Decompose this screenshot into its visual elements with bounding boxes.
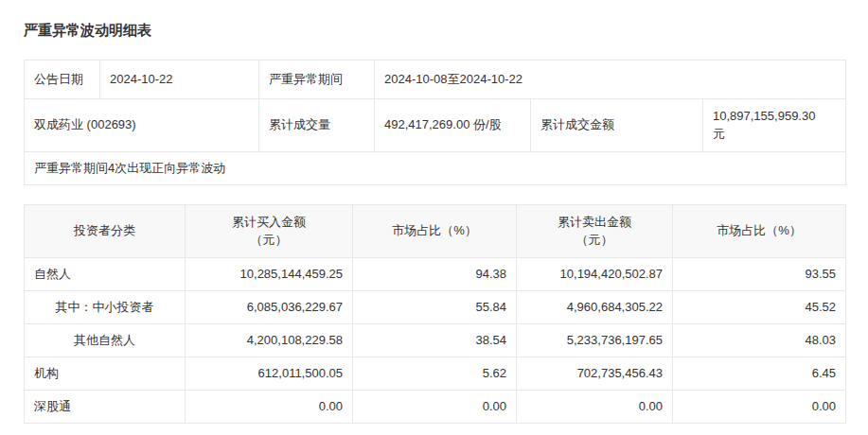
table-row-other-natural-person: 其他自然人 4,200,108,229.58 38.54 5,233,736,1…	[25, 324, 846, 357]
cell-category: 其中：中小投资者	[25, 291, 186, 324]
page-title: 严重异常波动明细表	[24, 21, 868, 40]
cell-category: 机构	[25, 357, 186, 391]
col-header-buy-share: 市场占比（%）	[353, 205, 517, 258]
investor-table: 投资者分类 累计买入金额 （元） 市场占比（%） 累计卖出金额 （元） 市场占比…	[24, 204, 846, 424]
table-row-institution: 机构 612,011,500.05 5.62 702,735,456.43 6.…	[25, 357, 846, 391]
cell-category: 自然人	[25, 258, 186, 291]
cell-sell-share: 48.03	[673, 324, 846, 357]
cell-buy-amount: 10,285,144,459.25	[186, 258, 353, 291]
col-header-sell-share: 市场占比（%）	[673, 205, 846, 258]
abnormal-note: 严重异常期间4次出现正向异常波动	[25, 152, 846, 185]
cell-sell-share: 6.45	[673, 357, 846, 391]
abnormal-period-label: 严重异常期间	[259, 61, 375, 99]
cell-buy-share: 55.84	[353, 291, 517, 324]
announce-date-label: 公告日期	[25, 61, 100, 99]
summary-table: 公告日期 2024-10-22 严重异常期间 2024-10-08至2024-1…	[24, 60, 846, 185]
announce-date-value: 2024-10-22	[100, 61, 259, 99]
summary-row-note: 严重异常期间4次出现正向异常波动	[25, 152, 846, 185]
cell-buy-share: 0.00	[353, 391, 517, 424]
cell-sell-amount: 5,233,736,197.65	[517, 324, 673, 357]
cell-category: 深股通	[25, 391, 186, 424]
col-header-category: 投资者分类	[25, 205, 186, 258]
cell-buy-share: 5.62	[353, 357, 517, 391]
cell-sell-amount: 702,735,456.43	[517, 357, 673, 391]
investor-table-header-row: 投资者分类 累计买入金额 （元） 市场占比（%） 累计卖出金额 （元） 市场占比…	[25, 205, 846, 258]
volume-value: 492,417,269.00 份/股	[375, 99, 531, 152]
volume-label: 累计成交量	[259, 99, 375, 152]
cell-sell-share: 0.00	[673, 391, 846, 424]
summary-row-stock: 双成药业 (002693) 累计成交量 492,417,269.00 份/股 累…	[25, 99, 846, 152]
col-header-buy-amount: 累计买入金额 （元）	[186, 205, 353, 258]
abnormal-period-value: 2024-10-08至2024-10-22	[375, 61, 846, 99]
summary-row-dates: 公告日期 2024-10-22 严重异常期间 2024-10-08至2024-1…	[25, 61, 846, 99]
stock-name: 双成药业 (002693)	[25, 99, 259, 152]
cell-sell-amount: 4,960,684,305.22	[517, 291, 673, 324]
table-row-natural-person: 自然人 10,285,144,459.25 94.38 10,194,420,5…	[25, 258, 846, 291]
cell-sell-amount: 10,194,420,502.87	[517, 258, 673, 291]
cell-sell-share: 45.52	[673, 291, 846, 324]
cell-sell-amount: 0.00	[517, 391, 673, 424]
col-header-sell-amount: 累计卖出金额 （元）	[517, 205, 673, 258]
cell-buy-share: 94.38	[353, 258, 517, 291]
page: 严重异常波动明细表 公告日期 2024-10-22 严重异常期间 2024-10…	[0, 0, 868, 435]
cell-buy-amount: 4,200,108,229.58	[186, 324, 353, 357]
cell-buy-amount: 612,011,500.05	[186, 357, 353, 391]
cell-buy-amount: 6,085,036,229.67	[186, 291, 353, 324]
cell-buy-amount: 0.00	[186, 391, 353, 424]
cell-category: 其他自然人	[25, 324, 186, 357]
table-row-szse-connect: 深股通 0.00 0.00 0.00 0.00	[25, 391, 846, 424]
table-row-small-investors: 其中：中小投资者 6,085,036,229.67 55.84 4,960,68…	[25, 291, 846, 324]
turnover-value: 10,897,155,959.30 元	[703, 99, 846, 152]
turnover-label: 累计成交金额	[531, 99, 703, 152]
cell-sell-share: 93.55	[673, 258, 846, 291]
cell-buy-share: 38.54	[353, 324, 517, 357]
